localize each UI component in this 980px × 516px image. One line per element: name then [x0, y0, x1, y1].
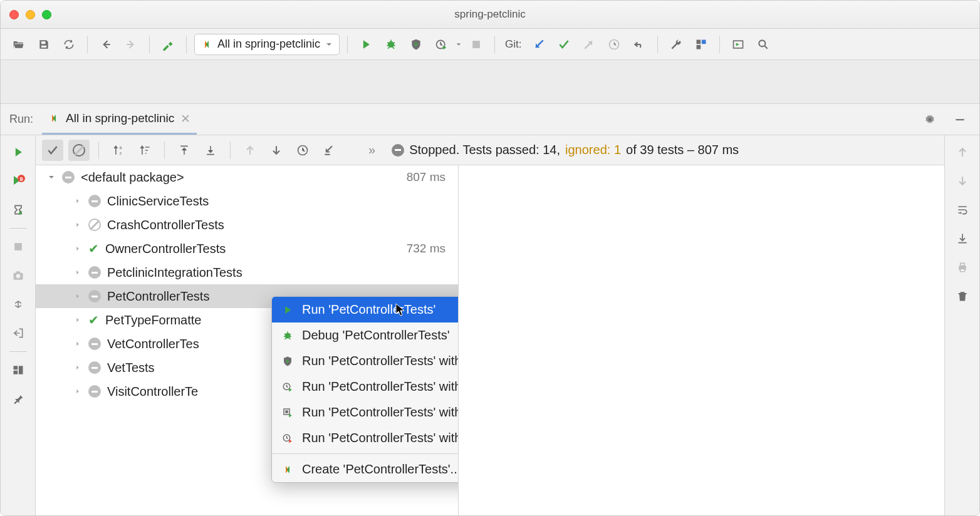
tree-item[interactable]: CrashControllerTests: [36, 213, 458, 237]
collapse-button[interactable]: [200, 140, 221, 161]
chevron-right-icon[interactable]: [73, 293, 82, 299]
rerun-failed-button[interactable]: 9: [8, 170, 29, 192]
maximize-window-button[interactable]: [42, 10, 51, 19]
clock-play-icon: [282, 433, 293, 444]
undo-icon: [633, 38, 645, 51]
minus-icon: [88, 338, 101, 350]
run-button[interactable]: [355, 34, 377, 55]
analyze-button[interactable]: [8, 294, 29, 315]
svg-text:9: 9: [19, 176, 23, 182]
close-window-button[interactable]: [9, 10, 19, 19]
menu-alloc-profiler[interactable]: Run 'PetControllerTests' with 'Allocatio…: [272, 400, 459, 425]
run-config-selector[interactable]: All in spring-petclinic: [194, 34, 340, 55]
forward-button[interactable]: [120, 34, 142, 55]
collapse-icon: [204, 144, 217, 157]
exit-button[interactable]: [8, 322, 29, 344]
clock-play-icon: [435, 38, 447, 51]
tree-item-label: PetclinicIntegrationTests: [107, 266, 458, 280]
sort-button[interactable]: az: [108, 140, 129, 161]
chevron-right-icon[interactable]: [73, 364, 82, 371]
print-button[interactable]: [952, 257, 973, 278]
tree-item[interactable]: ✔ OwnerControllerTests 732 ms: [36, 237, 458, 261]
coverage-button[interactable]: [405, 34, 427, 55]
more-indicator[interactable]: »: [368, 143, 375, 157]
git-push-button[interactable]: [578, 34, 600, 55]
chevron-down-icon[interactable]: [456, 41, 462, 48]
settings-button[interactable]: [665, 34, 687, 55]
svg-point-0: [388, 41, 394, 48]
scroll-to-end-button[interactable]: [952, 228, 973, 249]
minimize-panel-button[interactable]: [949, 109, 971, 130]
tree-item[interactable]: ClinicServiceTests: [36, 189, 458, 213]
camera-icon: [12, 269, 24, 282]
center-column: az » Stopped. Tests passed: 14, ignored:…: [36, 135, 944, 515]
menu-run[interactable]: Run 'PetControllerTests' ⌃⇧R: [272, 297, 459, 322]
git-history-button[interactable]: [603, 34, 625, 55]
scroll-up-button[interactable]: [952, 142, 973, 163]
chevron-right-icon[interactable]: [73, 269, 82, 276]
chevron-right-icon[interactable]: [73, 388, 82, 395]
test-tree[interactable]: <default package> 807 ms ClinicServiceTe…: [36, 165, 459, 515]
menu-coverage[interactable]: Run 'PetControllerTests' with Coverage: [272, 348, 459, 374]
menu-cpu-profiler[interactable]: Run 'PetControllerTests' with 'CPU Profi…: [272, 374, 459, 400]
git-pull-button[interactable]: [528, 34, 550, 55]
chevron-right-icon[interactable]: [73, 245, 82, 252]
chevron-right-icon[interactable]: [73, 341, 82, 347]
status-prefix: Stopped. Tests passed: 14,: [409, 143, 560, 157]
debug-button[interactable]: [380, 34, 402, 55]
menu-jfr[interactable]: Run 'PetControllerTests' with 'Java Flig…: [272, 425, 459, 451]
clear-button[interactable]: [952, 286, 973, 307]
stop-tests-button[interactable]: [8, 236, 29, 257]
arrow-up-icon: [244, 144, 256, 157]
test-output[interactable]: [459, 165, 944, 515]
chevron-right-icon[interactable]: [73, 222, 82, 228]
build-button[interactable]: [157, 34, 179, 55]
open-button[interactable]: [8, 34, 29, 55]
pin-button[interactable]: [8, 388, 29, 410]
show-passed-button[interactable]: [42, 140, 63, 161]
git-revert-button[interactable]: [628, 34, 650, 55]
dump-button[interactable]: [8, 265, 29, 286]
menu-label: Run 'PetControllerTests' with 'Allocatio…: [302, 405, 459, 420]
chevron-right-icon[interactable]: [73, 198, 82, 204]
back-button[interactable]: [95, 34, 117, 55]
project-structure-button[interactable]: [691, 34, 712, 55]
sort-duration-button[interactable]: [134, 140, 155, 161]
run-panel-label: Run:: [9, 113, 33, 126]
expand-button[interactable]: [174, 140, 195, 161]
prev-button[interactable]: [239, 140, 261, 161]
run-anything-button[interactable]: [727, 34, 749, 55]
chevron-right-icon[interactable]: [73, 317, 82, 323]
menu-label: Run 'PetControllerTests' with Coverage: [302, 354, 459, 368]
chevron-down-icon[interactable]: [47, 173, 56, 181]
minimize-window-button[interactable]: [26, 10, 35, 19]
panel-settings-button[interactable]: [919, 109, 941, 130]
rerun-button[interactable]: [8, 142, 29, 163]
play-icon: [282, 304, 293, 316]
menu-debug[interactable]: Debug 'PetControllerTests' ⌃⇧D: [272, 322, 459, 348]
toggle-autotest-button[interactable]: [8, 199, 29, 220]
menu-create[interactable]: Create 'PetControllerTests'...: [272, 457, 459, 482]
close-tab-button[interactable]: ✕: [180, 111, 190, 126]
search-button[interactable]: [753, 34, 774, 55]
run-tab[interactable]: All in spring-petclinic ✕: [42, 104, 197, 135]
refresh-button[interactable]: [58, 34, 80, 55]
next-button[interactable]: [266, 140, 287, 161]
tree-root-label: <default package>: [81, 170, 400, 185]
pin-icon: [12, 393, 24, 405]
layout-button[interactable]: [8, 359, 29, 381]
history-button[interactable]: [292, 140, 313, 161]
soft-wrap-button[interactable]: [952, 199, 973, 220]
refresh-icon: [63, 38, 75, 51]
svg-point-23: [285, 333, 291, 338]
show-ignored-button[interactable]: [68, 140, 90, 161]
tree-item[interactable]: PetclinicIntegrationTests: [36, 261, 458, 284]
stop-button[interactable]: [466, 34, 487, 55]
tree-root[interactable]: <default package> 807 ms: [36, 165, 458, 189]
import-button[interactable]: [318, 140, 340, 161]
git-commit-button[interactable]: [553, 34, 575, 55]
run-config-icon: [48, 113, 60, 124]
scroll-down-button[interactable]: [952, 170, 973, 192]
profile-button[interactable]: [430, 34, 452, 55]
save-button[interactable]: [33, 34, 55, 55]
